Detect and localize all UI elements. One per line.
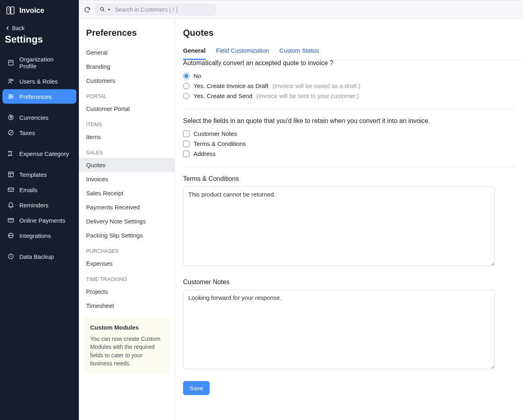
back-link[interactable]: Back [0,21,79,31]
svg-rect-21 [8,188,14,192]
checkbox-customer-notes[interactable] [183,131,189,137]
svg-rect-0 [7,7,10,14]
check-terms[interactable]: Terms & Conditions [183,139,515,149]
checkbox-address[interactable] [183,151,189,157]
svg-rect-4 [8,60,13,65]
custom-modules-body: You can now create Custom Modules with t… [90,335,163,367]
prefs-item-items[interactable]: Items [79,130,175,144]
tab-custom-status[interactable]: Custom Status [280,47,319,60]
prefs-item-quotes[interactable]: Quotes [79,158,175,172]
svg-point-17 [8,155,10,156]
main-content: Quotes General Field Customization Custo… [175,19,523,420]
prefs-group-items: ITEMS [79,116,175,130]
prefs-item-packing-slip[interactable]: Packing Slip Settings [79,228,175,242]
svg-line-27 [103,10,104,11]
nav-organization-profile[interactable]: Organization Profile [2,52,76,73]
retain-fields-label: Select the fields in an quote that you'd… [183,117,515,125]
nav-label: Users & Roles [19,78,58,85]
nav-emails[interactable]: Emails [2,182,76,197]
prefs-item-customer-portal[interactable]: Customer Portal [79,102,175,116]
terms-heading: Terms & Conditions [183,175,515,182]
settings-title: Settings [0,31,79,51]
prefs-item-projects[interactable]: Projects [79,285,175,299]
form-area[interactable]: Automatically convert an accepted quote … [175,60,523,420]
radio-option-send[interactable]: Yes. Create and Send (Invoice will be se… [183,91,515,101]
svg-point-16 [8,151,10,152]
brand-name: Invoice [19,6,44,15]
radio-label: No [194,72,201,79]
radio-hint: (Invoice will be saved as a draft.) [272,82,360,89]
terms-textarea[interactable] [183,186,495,266]
nav-users-roles[interactable]: Users & Roles [2,74,76,88]
svg-point-26 [101,7,104,10]
tab-general[interactable]: General [183,47,206,60]
prefs-item-delivery-note[interactable]: Delivery Note Settings [79,214,175,228]
search-icon [99,6,105,13]
svg-point-12 [11,96,12,97]
nav-label: Data Backup [19,253,54,260]
prefs-item-timesheet[interactable]: Timesheet [79,299,175,313]
notes-textarea[interactable] [183,290,495,369]
tax-icon [7,129,14,136]
nav-templates[interactable]: Templates [2,167,76,182]
integrations-icon [7,232,14,239]
nav-label: Templates [19,171,47,178]
primary-sidebar: Invoice Back Settings Organization Profi… [0,0,79,420]
chevron-down-icon[interactable] [107,8,111,12]
templates-icon [7,171,14,178]
checkbox-terms[interactable] [183,141,189,147]
back-label: Back [12,25,25,31]
check-customer-notes[interactable]: Customer Notes [183,129,515,139]
nav-taxes[interactable]: Taxes [2,125,76,140]
tabs: General Field Customization Custom Statu… [175,38,523,60]
prefs-item-payments-received[interactable]: Payments Received [79,200,175,214]
prefs-group-time-tracking: TIME TRACKING [79,270,175,285]
prefs-group-portal: PORTAL [79,88,175,102]
nav-label: Preferences [19,93,52,100]
radio-no[interactable] [183,73,189,79]
nav-integrations[interactable]: Integrations [2,228,76,243]
refresh-icon[interactable] [84,6,91,13]
nav-preferences[interactable]: Preferences [2,89,76,104]
org-icon [7,59,14,66]
radio-option-no[interactable]: No [183,71,515,81]
topbar [79,0,523,19]
svg-point-6 [9,79,11,81]
prefs-item-branding[interactable]: Branding [79,59,175,74]
nav-label: Integrations [19,232,51,239]
prefs-item-customers[interactable]: Customers [79,74,175,88]
preferences-title: Preferences [79,19,175,45]
prefs-item-sales-receipt[interactable]: Sales Receipt [79,186,175,200]
nav-label: Emails [19,186,37,193]
radio-draft[interactable] [183,83,189,89]
nav-reminders[interactable]: Reminders [2,198,76,212]
nav-online-payments[interactable]: Online Payments [2,213,76,227]
invoice-logo-icon [6,6,15,15]
svg-rect-22 [8,219,14,222]
nav-label: Currencies [19,114,49,121]
radio-option-draft[interactable]: Yes. Create Invoice as Draft (Invoice wi… [183,81,515,91]
prefs-item-general[interactable]: General [79,45,175,59]
notes-heading: Customer Notes [183,279,515,286]
tab-field-customization[interactable]: Field Customization [216,47,269,60]
check-label: Address [194,150,216,157]
check-label: Customer Notes [194,130,237,137]
radio-send[interactable] [183,93,189,99]
save-button[interactable]: Save [183,381,210,395]
check-label: Terms & Conditions [194,140,246,147]
search-input[interactable] [115,6,211,13]
chevron-left-icon [6,26,10,31]
nav-currencies[interactable]: Currencies [2,110,76,125]
nav-expense-category[interactable]: Expense Category [2,146,76,161]
divider [183,109,515,109]
check-address[interactable]: Address [183,149,515,159]
prefs-item-expenses[interactable]: Expenses [79,256,175,270]
nav-label: Online Payments [19,217,65,224]
divider [183,167,515,167]
page-title: Quotes [183,28,515,38]
nav-data-backup[interactable]: Data Backup [2,249,76,264]
search-box[interactable] [95,4,216,15]
prefs-group-sales: SALES [79,144,175,158]
prefs-item-invoices[interactable]: Invoices [79,172,175,186]
reminders-icon [7,201,14,209]
